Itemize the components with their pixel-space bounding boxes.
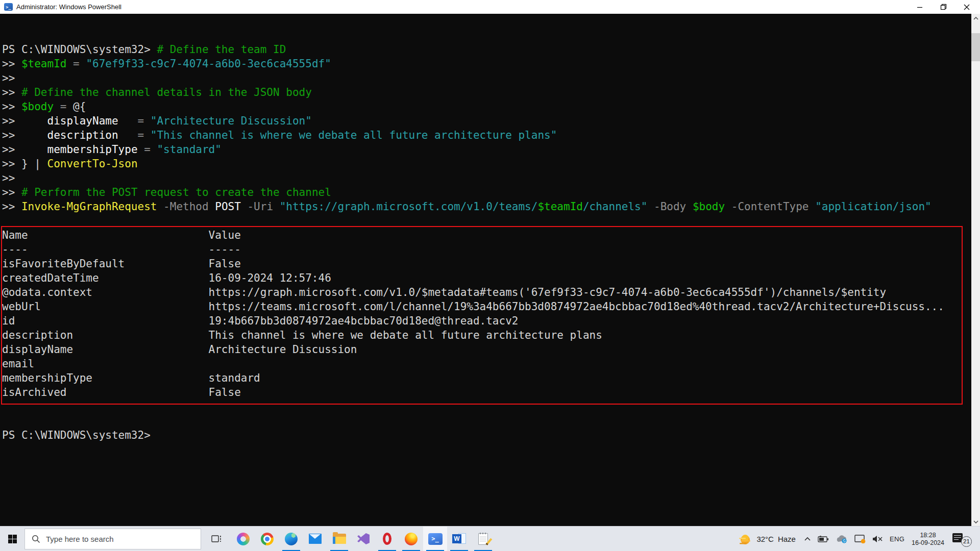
minimize-button[interactable]	[908, 0, 932, 14]
table-header: NameValue	[2, 228, 971, 242]
date-label: 16-09-2024	[912, 539, 944, 547]
taskbar-icon-notepad[interactable]	[471, 527, 495, 551]
table-row: createdDateTime16-09-2024 12:57:46	[2, 271, 971, 285]
taskbar-icon-firefox[interactable]	[399, 527, 423, 551]
console-command-line: PS C:\WINDOWS\system32> # Define the tea…	[2, 42, 971, 57]
taskbar-apps: >_ W	[231, 527, 495, 551]
console-command-line: >> description = "This channel is where …	[2, 128, 971, 142]
console-command-line: >> $teamId = "67ef9f33-c9c7-4074-a6b0-3e…	[2, 57, 971, 71]
scroll-up-arrow-icon[interactable]	[971, 14, 980, 22]
table-row: displayNameArchitecture Discussion	[2, 342, 971, 357]
taskbar-search[interactable]	[24, 529, 201, 549]
scrollbar[interactable]	[971, 14, 980, 526]
console-command-line: >> Invoke-MgGraphRequest -Method POST -U…	[2, 199, 971, 214]
close-icon	[964, 4, 970, 10]
console-command-line	[2, 214, 971, 228]
taskbar-icon-mail[interactable]	[303, 527, 327, 551]
taskbar-icon-word[interactable]: W	[447, 527, 471, 551]
mail-icon	[309, 534, 322, 544]
onedrive-icon[interactable]	[836, 535, 848, 543]
chrome-icon	[261, 533, 274, 545]
search-input[interactable]	[46, 535, 184, 543]
clock[interactable]: 18:28 16-09-2024	[912, 532, 944, 547]
scroll-down-arrow-icon[interactable]	[971, 517, 980, 526]
console-command-line: >>	[2, 71, 971, 85]
taskbar-icon-edge[interactable]	[279, 527, 303, 551]
notification-badge: 21	[961, 536, 972, 547]
title-bar: >_ Administrator: Windows PowerShell	[0, 0, 980, 14]
word-icon: W	[452, 533, 466, 545]
task-view-icon	[211, 535, 222, 543]
taskbar-icon-copilot[interactable]	[231, 527, 255, 551]
copilot-icon	[237, 533, 250, 545]
taskbar: >_ W 32°C Haze	[0, 526, 980, 551]
console-command-line: >> displayName = "Architecture Discussio…	[2, 114, 971, 128]
language-indicator[interactable]: ENG	[890, 535, 904, 543]
task-view-button[interactable]	[204, 527, 228, 551]
battery-icon[interactable]	[818, 536, 829, 543]
start-button[interactable]	[0, 527, 24, 551]
search-icon	[32, 535, 40, 543]
taskbar-icon-opera[interactable]	[375, 527, 399, 551]
table-row: webUrlhttps://teams.microsoft.com/l/chan…	[2, 299, 971, 314]
minimize-icon	[917, 4, 923, 10]
restore-button[interactable]	[932, 0, 955, 14]
console-prompt-line	[2, 414, 971, 428]
taskbar-icon-chrome[interactable]	[255, 527, 279, 551]
table-header-underline: ---------	[2, 242, 971, 257]
table-row: id19:4b667bb3d0874972ae4bcbbac70d18ed@th…	[2, 314, 971, 328]
console-prompt-line: PS C:\WINDOWS\system32>	[2, 428, 971, 442]
powershell-window-icon: >_	[4, 3, 13, 11]
file-explorer-icon	[333, 534, 346, 544]
window-title: Administrator: Windows PowerShell	[16, 3, 121, 11]
taskbar-icon-powershell[interactable]: >_	[423, 527, 447, 551]
table-row: email	[2, 357, 971, 371]
console-command-line: >>	[2, 171, 971, 185]
close-button[interactable]	[955, 0, 978, 14]
cast-display-icon[interactable]	[854, 535, 866, 543]
restore-icon	[940, 4, 947, 10]
firefox-icon	[405, 533, 418, 545]
opera-icon	[383, 533, 391, 545]
console-command-line: >> } | ConvertTo-Json	[2, 157, 971, 171]
scrollbar-thumb[interactable]	[971, 33, 980, 61]
table-row: membershipTypestandard	[2, 371, 971, 385]
table-row: isArchivedFalse	[2, 385, 971, 399]
console-command-line: >> membershipType = "standard"	[2, 142, 971, 157]
table-row: descriptionThis channel is where we deba…	[2, 328, 971, 342]
console-command-line: >> # Perform the POST request to create …	[2, 185, 971, 199]
notepad-icon	[478, 533, 488, 545]
taskbar-icon-visual-studio[interactable]	[351, 527, 375, 551]
temperature-label: 32°C	[756, 535, 774, 543]
tray-chevron-up-icon[interactable]	[804, 537, 811, 541]
console-prompt-line	[2, 399, 971, 414]
console-command-line: >> # Define the channel details in the J…	[2, 85, 971, 99]
volume-muted-icon[interactable]	[872, 535, 884, 543]
powershell-icon: >_	[428, 533, 443, 545]
windows-logo-icon	[8, 535, 17, 543]
taskbar-icon-file-explorer[interactable]	[327, 527, 351, 551]
console-output[interactable]: PS C:\WINDOWS\system32> # Define the tea…	[0, 14, 971, 526]
weather-haze-icon	[738, 533, 752, 545]
system-tray: 32°C Haze	[738, 527, 980, 551]
weather-condition-label: Haze	[778, 535, 796, 543]
edge-icon	[285, 533, 298, 545]
action-center-button[interactable]: 21	[952, 533, 965, 545]
visual-studio-icon	[357, 532, 370, 545]
time-label: 18:28	[912, 532, 944, 539]
table-row: @odata.contexthttps://graph.microsoft.co…	[2, 285, 971, 299]
table-row: isFavoriteByDefaultFalse	[2, 257, 971, 271]
weather-widget[interactable]: 32°C Haze	[738, 533, 796, 545]
console-command-line: >> $body = @{	[2, 99, 971, 114]
